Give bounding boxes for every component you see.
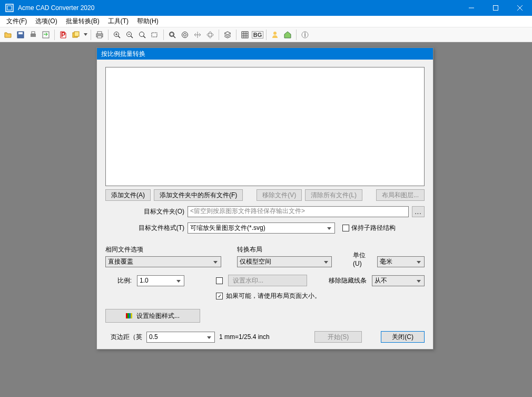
titlebar: Acme CAD Converter 2020 [0, 0, 532, 16]
workspace: 按比例批量转换 添加文件(A) 添加文件夹中的所有文件(F) 移除文件(V) 清… [0, 42, 532, 397]
watermark-button[interactable]: 设置水印... [228, 275, 307, 286]
svg-rect-26 [152, 33, 157, 37]
window-controls [459, 0, 532, 16]
svg-line-29 [173, 36, 175, 38]
svg-rect-3 [494, 6, 498, 11]
target-folder-label: 目标文件夹(O) [105, 207, 184, 216]
save-icon[interactable] [15, 29, 26, 41]
target-format-label: 目标文件格式(T) [105, 224, 184, 233]
close-button[interactable] [508, 0, 532, 16]
svg-rect-7 [18, 32, 23, 34]
add-file-button[interactable]: 添加文件(A) [105, 189, 151, 201]
layout-layers-button[interactable]: 布局和图层... [376, 189, 425, 201]
start-button[interactable]: 开始(S) [314, 331, 362, 343]
home-icon[interactable] [282, 29, 293, 41]
svg-rect-0 [6, 4, 13, 12]
menu-file[interactable]: 文件(F) [2, 16, 31, 27]
unit-select[interactable]: 毫米 [377, 256, 425, 267]
unit-label: 单位(U) [353, 251, 374, 267]
printer-icon[interactable] [94, 29, 105, 41]
svg-point-39 [273, 32, 277, 35]
file-list[interactable] [105, 67, 425, 186]
add-folder-button[interactable]: 添加文件夹中的所有文件(F) [154, 189, 243, 201]
same-file-select[interactable]: 直接覆盖 [105, 256, 221, 267]
dialog-title: 按比例批量转换 [97, 48, 433, 60]
pan-icon[interactable] [192, 29, 203, 41]
menu-help[interactable]: 帮助(H) [133, 16, 163, 27]
svg-rect-44 [129, 313, 131, 318]
zoom-all-icon[interactable] [179, 29, 191, 41]
minimize-button[interactable] [459, 0, 484, 16]
batch-convert-dialog: 按比例批量转换 添加文件(A) 添加文件夹中的所有文件(F) 移除文件(V) 清… [96, 47, 434, 350]
svg-line-25 [143, 36, 145, 38]
svg-line-22 [131, 36, 133, 38]
layers-icon[interactable] [222, 29, 233, 41]
orbit-icon[interactable] [204, 29, 216, 41]
menu-batch[interactable]: 批量转换(B) [62, 16, 104, 27]
convert-layout-select[interactable]: 仅模型空间 [237, 256, 332, 267]
remove-file-button[interactable]: 移除文件(V) [257, 189, 302, 201]
close-dialog-button[interactable]: 关闭(C) [381, 331, 425, 343]
watermark-checkbox[interactable] [216, 277, 223, 284]
svg-rect-8 [31, 34, 36, 37]
zoom-out-icon[interactable] [124, 29, 135, 41]
plot-style-button[interactable]: 设置绘图样式... [105, 309, 200, 323]
remove-hidden-select[interactable]: 从不 [372, 275, 425, 286]
target-folder-input[interactable]: <留空则按原图形文件路径保存输出文件> [188, 206, 409, 217]
svg-rect-16 [97, 36, 102, 38]
pdf-icon[interactable]: P [57, 29, 69, 41]
palette-icon [126, 312, 133, 319]
zoom-in-icon[interactable] [111, 29, 123, 41]
svg-point-33 [209, 32, 212, 38]
svg-rect-1 [7, 6, 12, 10]
same-file-label: 相同文件选项 [105, 245, 226, 254]
clear-all-button[interactable]: 清除所有文件(L) [305, 189, 362, 201]
zoom-region-icon[interactable] [149, 29, 161, 41]
svg-rect-45 [131, 313, 132, 318]
app-title: Acme CAD Converter 2020 [18, 4, 459, 12]
user-icon[interactable] [269, 29, 281, 41]
svg-rect-9 [32, 32, 35, 34]
svg-text:P: P [61, 31, 65, 38]
export-icon[interactable] [40, 29, 52, 41]
open-icon[interactable] [2, 29, 14, 41]
zoom-fit-icon[interactable] [136, 29, 148, 41]
bg-button[interactable]: BG [252, 29, 263, 41]
margin-label: 页边距（英 [105, 333, 142, 342]
target-format-select[interactable]: 可缩放矢量图形文件(*.svg) [188, 222, 335, 234]
use-layout-size-checkbox[interactable]: ✓ [216, 293, 223, 299]
menu-options[interactable]: 选项(O) [31, 16, 61, 27]
svg-rect-43 [127, 313, 129, 318]
convert-layout-label: 转换布局 [237, 245, 342, 254]
app-icon [4, 3, 15, 13]
mm-inch-hint: 1 mm=1/25.4 inch [219, 333, 270, 341]
svg-point-31 [184, 33, 186, 36]
remove-hidden-label: 移除隐藏线条 [329, 276, 367, 285]
keep-subpath-label: 保持子路径结构 [351, 224, 396, 233]
maximize-button[interactable] [484, 0, 508, 16]
print-icon[interactable] [27, 29, 39, 41]
scale-label: 比例: [105, 276, 132, 285]
svg-rect-13 [74, 32, 79, 36]
svg-line-18 [118, 36, 120, 38]
svg-rect-42 [126, 313, 127, 318]
use-layout-size-label: 如果可能，请使用布局页面大小。 [226, 292, 321, 301]
margin-select[interactable]: 0.5 [146, 332, 215, 343]
info-icon[interactable]: i [299, 29, 311, 41]
keep-subpath-checkbox[interactable] [342, 225, 349, 231]
svg-point-30 [182, 32, 188, 37]
browse-button[interactable]: ... [412, 206, 425, 217]
svg-rect-28 [170, 33, 173, 36]
svg-rect-15 [97, 32, 102, 34]
svg-text:i: i [304, 31, 306, 38]
menu-tools[interactable]: 工具(T) [104, 16, 133, 27]
batch-icon[interactable] [70, 29, 82, 41]
toolbar: P BG i [0, 27, 532, 42]
grid-icon[interactable] [239, 29, 251, 41]
dropdown-icon[interactable] [83, 29, 88, 41]
menubar: 文件(F) 选项(O) 批量转换(B) 工具(T) 帮助(H) [0, 16, 532, 27]
scale-select[interactable]: 1.0 [137, 275, 184, 286]
svg-rect-10 [43, 32, 49, 38]
zoom-extents-icon[interactable] [166, 29, 178, 41]
svg-rect-34 [242, 32, 248, 38]
